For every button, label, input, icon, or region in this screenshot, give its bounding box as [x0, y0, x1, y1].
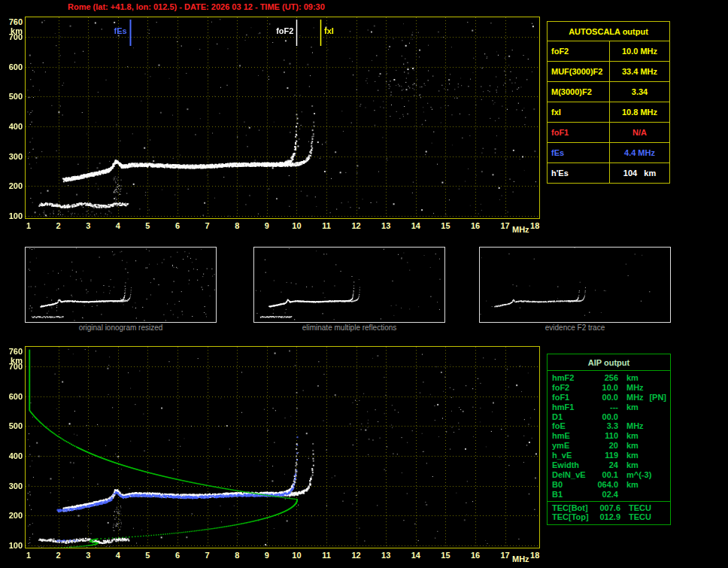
- autoscala-row: h'Es104 km: [548, 163, 669, 183]
- aip-row: Ewidth24km: [548, 460, 670, 470]
- autoscala-row-label: foF1: [548, 123, 610, 142]
- aip-row-unit: km: [618, 460, 639, 470]
- aip-row-label: foF1: [548, 393, 593, 402]
- y-axis-tick: 400: [3, 451, 23, 460]
- aip-row-label: D1: [548, 412, 593, 422]
- autoscala-row-label: M(3000)F2: [548, 82, 610, 102]
- aip-row-label: foF2: [548, 383, 593, 393]
- aip-row: DelN_vE00.1m^(-3): [548, 470, 670, 480]
- x-axis-tick: 8: [229, 551, 245, 560]
- x-axis-tick: 8: [229, 221, 245, 230]
- aip-row-unit: MHz: [618, 393, 644, 402]
- autoscala-output-title: AUTOSCALA output: [548, 22, 669, 41]
- autoscala-row-value: 3.34: [610, 82, 669, 102]
- aip-row-unit: km: [618, 373, 639, 383]
- autoscala-row-value: 104 km: [610, 163, 669, 183]
- aip-row-unit: [618, 490, 626, 500]
- thumbnail-no-multiples: [253, 247, 445, 323]
- y-axis-tick: 600: [3, 62, 23, 71]
- aip-row: hmF1---km: [548, 402, 670, 412]
- x-axis-tick: 5: [139, 221, 156, 230]
- aip-row-value: 110: [593, 431, 618, 441]
- autoscala-row-label: fEs: [548, 143, 610, 163]
- aip-row: B0064.0km: [548, 480, 670, 490]
- autoscala-row: MUF(3000)F233.4 MHz: [548, 62, 669, 82]
- station-header: Rome (lat: +41.8, lon: 012.5) - DATE: 20…: [68, 2, 325, 11]
- marker-label-fof2: foF2: [256, 26, 293, 35]
- y-axis-tick: 760: [3, 17, 23, 26]
- aip-row-unit: km: [618, 402, 639, 412]
- aip-tec-label: TEC[Top]: [548, 512, 596, 522]
- aip-row-label: ymE: [548, 441, 593, 451]
- x-axis-tick: 6: [169, 551, 186, 560]
- x-axis-tick: 17: [497, 221, 514, 230]
- x-axis-tick: 16: [467, 221, 484, 230]
- aip-row-unit: km: [618, 431, 639, 441]
- autoscala-row-label: h'Es: [548, 163, 610, 183]
- x-axis-tick: 9: [259, 221, 275, 230]
- y-axis-tick: 300: [3, 152, 23, 161]
- x-axis-unit-label: MHz: [512, 554, 529, 563]
- thumbnail-no-multiples-canvas: [254, 248, 444, 322]
- aip-output-table: AIP output hmF2256kmfoF210.0MHzfoF100.0M…: [547, 354, 671, 525]
- autoscala-row-value: 33.4 MHz: [610, 62, 669, 81]
- aip-tec-row: TEC[Top]012.9TECU: [548, 512, 670, 522]
- aip-row-label: hmF2: [548, 373, 593, 383]
- aip-row-label: Ewidth: [548, 460, 593, 470]
- y-axis-tick: 500: [3, 92, 23, 101]
- x-axis-tick: 17: [497, 551, 514, 560]
- aip-row-value: 256: [593, 373, 618, 383]
- thumbnail-f2-trace-canvas: [480, 248, 670, 322]
- x-axis-tick: 12: [348, 551, 365, 560]
- y-axis-tick: 100: [3, 211, 23, 220]
- thumbnail-original-canvas: [26, 248, 216, 322]
- x-axis-tick: 13: [378, 551, 394, 560]
- autoscala-screen: Rome (lat: +41.8, lon: 012.5) - DATE: 20…: [0, 0, 728, 568]
- autoscala-row-value: 4.4 MHz: [610, 143, 669, 163]
- aip-tec-rows: TEC[Bot]007.6TECUTEC[Top]012.9TECU: [548, 501, 670, 525]
- aip-row: h_vE119km: [548, 451, 670, 460]
- aip-tec-unit: TECU: [620, 512, 651, 522]
- y-axis-tick: 200: [3, 511, 23, 520]
- thumbnail-caption-f2-trace: evidence F2 trace: [479, 323, 671, 332]
- autoscala-row: fEs4.4 MHz: [548, 143, 669, 163]
- aip-row-value: 064.0: [593, 480, 618, 490]
- marker-label-fes: fEs: [89, 26, 127, 35]
- thumbnail-caption-original: original ionogram resized: [25, 323, 217, 332]
- x-axis-tick: 12: [348, 221, 365, 230]
- y-axis-tick: 400: [3, 122, 23, 131]
- autoscala-output-table: AUTOSCALA output foF210.0 MHzMUF(3000)F2…: [547, 21, 670, 184]
- aip-row-value: 00.0: [593, 412, 618, 422]
- autoscala-row: M(3000)F23.34: [548, 82, 669, 102]
- aip-row-label: B0: [548, 480, 593, 490]
- autoscala-row: fxI10.8 MHz: [548, 102, 669, 123]
- aip-output-rows: hmF2256kmfoF210.0MHzfoF100.0MHz[PN]hmF1-…: [548, 371, 670, 501]
- autoscala-row: foF210.0 MHz: [548, 41, 669, 62]
- x-axis-tick: 10: [288, 221, 305, 230]
- x-axis-tick: 11: [318, 221, 335, 230]
- y-axis-tick: 500: [3, 421, 23, 430]
- aip-tec-value: 012.9: [596, 512, 620, 522]
- thumbnail-f2-trace: [479, 247, 671, 323]
- aip-row: foF100.0MHz[PN]: [548, 393, 670, 402]
- x-axis-tick: 7: [199, 551, 216, 560]
- y-axis-tick: 200: [3, 181, 23, 190]
- ionogram-profile-canvas: [26, 347, 539, 548]
- x-axis-tick: 10: [288, 551, 305, 560]
- y-axis-tick: 760: [3, 347, 23, 356]
- x-axis-tick: 1: [20, 551, 37, 560]
- aip-row-unit: m^(-3): [618, 470, 651, 480]
- x-axis-tick: 9: [259, 551, 275, 560]
- x-axis-tick: 4: [110, 551, 126, 560]
- aip-row-label: DelN_vE: [548, 470, 593, 480]
- aip-row: ymE20km: [548, 441, 670, 451]
- aip-row-value: 119: [593, 451, 618, 460]
- aip-row: D100.0: [548, 412, 670, 422]
- aip-row-value: 24: [593, 460, 618, 470]
- y-axis-tick: 100: [3, 541, 23, 550]
- autoscala-row-value: 10.0 MHz: [610, 41, 669, 61]
- y-axis-tick: 600: [3, 392, 23, 401]
- x-axis-tick: 2: [50, 221, 67, 230]
- aip-tec-value: 007.6: [596, 503, 620, 513]
- aip-row-label: B1: [548, 490, 593, 500]
